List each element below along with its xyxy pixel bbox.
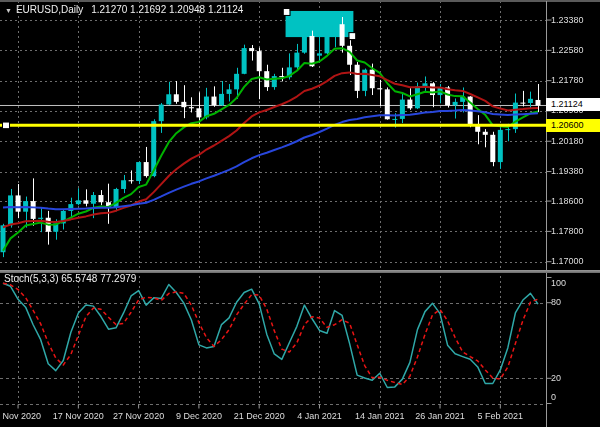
price-axis-label: 1.19380 [551,166,584,177]
mt4-chart-window: ▼EURUSD,Daily1.21270 1.21692 1.20948 1.2… [0,0,600,427]
time-axis-label: 26 Jan 2021 [415,411,465,422]
time-axis-label: 21 Dec 2020 [234,411,285,422]
time-axis-label: 5 Nov 2020 [0,411,41,422]
time-axis-label: 27 Nov 2020 [113,411,164,422]
indicator-axis-label: 100 [551,278,566,289]
chart-title: ▼EURUSD,Daily1.21270 1.21692 1.20948 1.2… [5,4,243,16]
time-axis-label: 4 Jan 2021 [297,411,342,422]
price-axis-label: 1.22580 [551,45,584,56]
price-axis-label: 1.21780 [551,75,584,86]
time-axis-label: 17 Nov 2020 [53,411,104,422]
chart-title-ohlc: 1.21270 1.21692 1.20948 1.21124 [91,4,243,15]
price-chart-canvas[interactable] [0,1,600,427]
price-axis-label: 1.17000 [551,256,584,267]
panel-separator[interactable] [0,270,600,273]
level-price-label: 1.20600 [546,119,600,132]
indicator-axis-label: 20 [551,373,561,384]
price-axis-label: 1.23380 [551,15,584,26]
indicator-label: Stoch(5,3,3) 65.5748 77.2979 [4,273,136,284]
price-axis-label: 1.18600 [551,196,584,207]
current-price-label: 1.21124 [546,98,600,111]
price-axis-label: 1.20180 [551,136,584,147]
time-axis-label: 9 Dec 2020 [176,411,222,422]
indicator-axis-label: 0 [551,392,556,403]
time-axis-label: 5 Feb 2021 [478,411,524,422]
time-axis-label: 14 Jan 2021 [355,411,405,422]
price-axis-label: 1.17800 [551,226,584,237]
collapse-arrow-icon[interactable]: ▼ [5,7,12,14]
indicator-axis-label: 80 [551,297,561,308]
chart-title-symbol: EURUSD,Daily [16,4,83,15]
